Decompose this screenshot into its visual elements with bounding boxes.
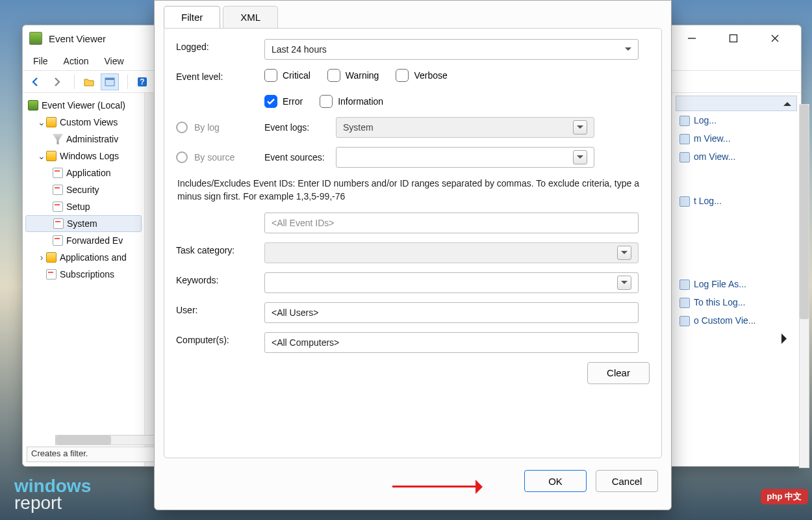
nav-forward-button[interactable] — [47, 73, 66, 90]
event-viewer-icon — [29, 32, 42, 45]
chevron-down-icon — [577, 155, 583, 162]
radio-by-source[interactable]: By source — [176, 151, 264, 163]
nav-tree[interactable]: Event Viewer (Local) ⌄Custom Views Admin… — [23, 93, 145, 466]
annotation-arrow-icon — [392, 479, 490, 495]
svg-rect-2 — [105, 78, 114, 80]
filter-dialog: Filter XML Logged: Last 24 hours Event l… — [154, 0, 672, 510]
action-expand[interactable] — [676, 330, 797, 348]
tree-admin-events[interactable]: Administrativ — [25, 131, 142, 148]
chevron-down-icon — [621, 281, 628, 287]
label-task-category: Task category: — [176, 242, 264, 255]
minimize-button[interactable] — [680, 29, 704, 47]
actions-header[interactable] — [676, 96, 797, 111]
tab-filter[interactable]: Filter — [164, 6, 220, 28]
logged-combo[interactable]: Last 24 hours — [264, 39, 639, 60]
menu-view[interactable]: View — [104, 56, 123, 66]
tree-log-setup[interactable]: Setup — [25, 198, 142, 215]
radio-by-log[interactable]: By log — [176, 122, 264, 133]
action-pane-toggle[interactable] — [101, 73, 119, 90]
chk-warning[interactable]: Warning — [327, 69, 379, 82]
chk-error[interactable]: Error — [264, 95, 303, 108]
event-sources-combo[interactable] — [336, 147, 594, 168]
action-item[interactable]: t Log... — [676, 192, 797, 210]
nav-back-button[interactable] — [27, 73, 45, 90]
cancel-button[interactable]: Cancel — [596, 470, 658, 492]
menu-file[interactable]: File — [33, 56, 48, 66]
tab-xml[interactable]: XML — [223, 6, 278, 28]
site-badge: php 中文 — [761, 489, 808, 504]
tree-root[interactable]: Event Viewer (Local) — [25, 97, 142, 114]
computers-input[interactable]: <All Computers> — [264, 332, 639, 353]
tree-log-application[interactable]: Application — [25, 164, 142, 181]
chk-verbose[interactable]: Verbose — [396, 69, 447, 82]
label-logged: Logged: — [176, 39, 264, 52]
tree-applications-services[interactable]: ›Applications and — [25, 249, 142, 266]
tree-log-security[interactable]: Security — [25, 181, 142, 198]
action-item[interactable]: Log... — [676, 111, 797, 129]
chk-critical[interactable]: Critical — [264, 69, 311, 82]
actions-pane: Log... m View... om View... t Log... Log… — [671, 93, 801, 466]
event-id-help: Includes/Excludes Event IDs: Enter ID nu… — [177, 177, 650, 203]
actions-scrollbar[interactable] — [799, 104, 809, 468]
label-computers: Computer(s): — [176, 332, 264, 345]
statusbar: Creates a filter. — [27, 447, 170, 462]
chevron-up-icon — [783, 98, 791, 106]
label-user: User: — [176, 302, 264, 315]
chevron-right-icon — [781, 333, 792, 344]
label-event-sources: Event sources: — [264, 152, 336, 162]
action-item[interactable]: om View... — [676, 148, 797, 166]
label-event-level: Event level: — [176, 69, 264, 82]
chevron-down-icon — [621, 251, 628, 257]
user-input[interactable]: <All Users> — [264, 302, 639, 323]
action-item[interactable]: m View... — [676, 129, 797, 148]
svg-rect-0 — [730, 35, 737, 42]
ok-button[interactable]: OK — [524, 470, 587, 492]
tree-log-system[interactable]: System — [25, 215, 142, 232]
folder-icon[interactable] — [80, 73, 98, 90]
tree-log-forwarded[interactable]: Forwarded Ev — [25, 232, 142, 249]
event-ids-input[interactable]: <All Event IDs> — [264, 213, 639, 233]
tree-windows-logs[interactable]: ⌄Windows Logs — [25, 148, 142, 164]
chk-information[interactable]: Information — [320, 95, 383, 108]
event-logs-combo[interactable]: System — [336, 117, 594, 138]
svg-text:?: ? — [140, 77, 144, 86]
chevron-down-icon — [625, 47, 631, 54]
tree-custom-views[interactable]: ⌄Custom Views — [25, 114, 142, 131]
maximize-button[interactable] — [722, 29, 745, 47]
label-keywords: Keywords: — [176, 272, 264, 285]
clear-button[interactable]: Clear — [587, 362, 650, 384]
chevron-down-icon — [577, 125, 583, 132]
label-event-logs: Event logs: — [264, 122, 336, 133]
close-button[interactable] — [763, 29, 787, 47]
watermark: windowsreport — [14, 478, 91, 512]
action-item[interactable]: To this Log... — [676, 293, 797, 311]
task-category-combo[interactable] — [264, 242, 639, 263]
keywords-combo[interactable] — [264, 272, 639, 293]
action-item[interactable]: Log File As... — [676, 275, 797, 293]
help-button[interactable]: ? — [133, 73, 151, 90]
action-item[interactable]: o Custom Vie... — [676, 311, 797, 330]
tree-subscriptions[interactable]: Subscriptions — [25, 266, 142, 283]
menu-action[interactable]: Action — [64, 56, 89, 66]
